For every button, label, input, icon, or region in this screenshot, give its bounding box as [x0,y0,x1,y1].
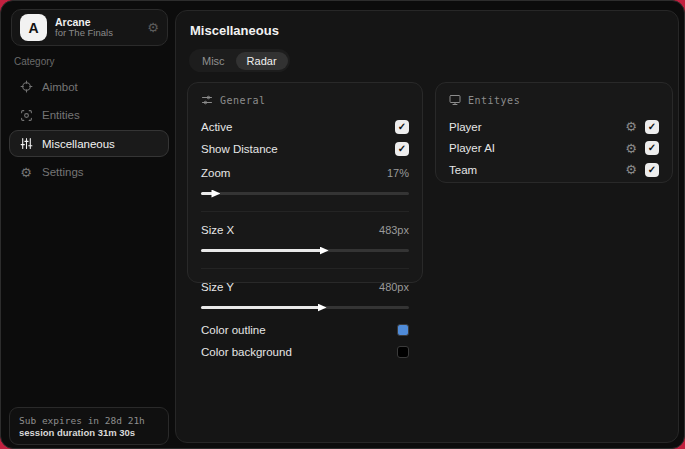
row-label: Color outline [201,324,266,336]
row-label: Player AI [449,142,495,154]
row-zoom: Zoom 17% [201,162,409,184]
size-x-slider-group: Size X 483px [201,211,409,262]
row-color-background: Color background [201,341,409,363]
player-ai-checkbox[interactable] [645,141,659,155]
row-size-x: Size X 483px [201,219,409,241]
color-background-swatch[interactable] [397,346,409,358]
sub-expires-text: Sub expires in 28d 21h [19,415,159,426]
crosshair-icon [19,80,33,94]
sidebar-item-label: Miscellaneous [42,138,115,150]
subscription-card: Sub expires in 28d 21h session duration … [9,407,169,445]
avatar: A [20,14,47,41]
scan-icon [19,108,33,122]
general-panel-title: General [220,95,266,106]
row-color-outline: Color outline [201,319,409,341]
profile-text: Arcane for The Finals [55,16,139,39]
general-panel-header: General [201,94,409,106]
row-label: Color background [201,346,292,358]
sidebar-item-label: Settings [42,166,84,178]
gear-icon: ⚙ [19,165,33,179]
row-label: Team [449,164,477,176]
slider-fill [201,249,322,252]
tab-radar[interactable]: Radar [236,52,288,70]
player-settings-gear-icon[interactable]: ⚙ [625,120,637,133]
size-y-slider[interactable] [201,303,409,312]
sidebar-item-entities[interactable]: Entities [9,102,169,129]
app-subtitle: for The Finals [55,28,139,39]
player-ai-settings-gear-icon[interactable]: ⚙ [625,142,637,155]
row-label: Size Y [201,281,234,293]
show-distance-checkbox[interactable] [395,142,409,156]
sidebar-item-label: Aimbot [42,81,78,93]
sliders-horizontal-icon [201,94,213,106]
main-content: Miscellaneous Misc Radar General Active … [175,10,679,443]
color-outline-swatch[interactable] [397,324,409,336]
slider-thumb[interactable] [318,304,327,312]
row-team: Team ⚙ [449,159,659,181]
slider-thumb[interactable] [320,247,329,255]
row-active: Active [201,116,409,138]
active-checkbox[interactable] [395,120,409,134]
app-window: A Arcane for The Finals ⚙ Category Aimbo… [0,0,685,449]
page-title: Miscellaneous [190,23,279,38]
sidebar-item-aimbot[interactable]: Aimbot [9,73,169,100]
row-label: Active [201,121,232,133]
sidebar: A Arcane for The Finals ⚙ Category Aimbo… [1,1,176,448]
player-checkbox[interactable] [645,120,659,134]
sidebar-item-miscellaneous[interactable]: Miscellaneous [9,130,169,157]
size-y-value: 480px [379,281,409,293]
tab-bar: Misc Radar [189,49,290,72]
row-label: Player [449,121,482,133]
entities-panel: Entityes Player ⚙ Player AI ⚙ Team [435,82,673,183]
entities-panel-header: Entityes [449,94,659,106]
profile-gear-icon[interactable]: ⚙ [147,21,159,34]
tab-misc[interactable]: Misc [191,52,236,70]
size-x-value: 483px [379,224,409,236]
row-size-y: Size Y 480px [201,276,409,298]
sidebar-nav: Aimbot Entities Miscellaneous [9,73,169,187]
row-label: Size X [201,224,234,236]
entities-panel-title: Entityes [468,95,520,106]
row-label: Zoom [201,167,230,179]
row-show-distance: Show Distance [201,138,409,160]
size-x-slider[interactable] [201,246,409,255]
zoom-value: 17% [387,167,409,179]
general-panel: General Active Show Distance Zoom 17% [187,82,423,283]
team-checkbox[interactable] [645,163,659,177]
zoom-slider-group: Zoom 17% [201,160,409,205]
row-player-ai: Player AI ⚙ [449,138,659,160]
monitor-icon [449,94,461,106]
slider-fill [201,306,320,309]
zoom-slider[interactable] [201,189,409,198]
sliders-icon [19,137,33,151]
slider-track [201,192,409,195]
size-y-slider-group: Size Y 480px [201,268,409,319]
slider-thumb[interactable] [211,190,220,198]
session-duration-text: session duration 31m 30s [19,427,159,438]
profile-card: A Arcane for The Finals ⚙ [11,9,168,46]
sidebar-item-label: Entities [42,109,80,121]
team-settings-gear-icon[interactable]: ⚙ [625,163,637,176]
row-player: Player ⚙ [449,116,659,138]
sidebar-item-settings[interactable]: ⚙ Settings [9,159,169,186]
row-label: Show Distance [201,143,278,155]
category-label: Category [14,56,55,67]
